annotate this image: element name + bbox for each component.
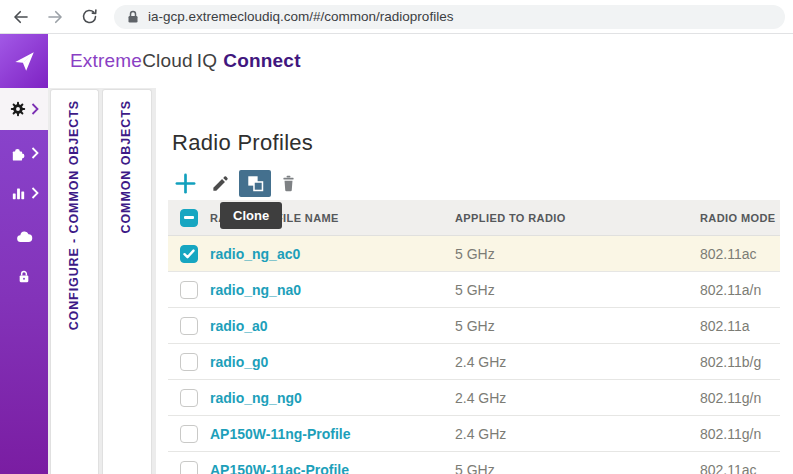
lock-icon — [127, 10, 139, 24]
icon-sidebar — [0, 88, 48, 474]
cloud-icon — [15, 227, 34, 246]
row-checkbox[interactable] — [180, 281, 198, 299]
chevron-right-icon — [31, 103, 39, 115]
bar-chart-icon — [10, 185, 27, 202]
applied-to-radio: 5 GHz — [455, 282, 700, 298]
check-icon — [183, 249, 195, 259]
plus-icon — [174, 172, 197, 195]
app-window: ia-gcp.extremecloudiq.com/#/common/radio… — [0, 0, 793, 474]
profile-name-link[interactable]: radio_a0 — [210, 318, 455, 334]
sidebar-item-cloud[interactable] — [0, 216, 48, 256]
row-checkbox[interactable] — [180, 317, 198, 335]
radio-mode: 802.11g/n — [700, 426, 780, 442]
page-title: Radio Profiles — [172, 130, 313, 156]
indeterminate-dash — [184, 216, 194, 219]
profile-name-link[interactable]: radio_g0 — [210, 354, 455, 370]
profile-name-link[interactable]: radio_ng_ac0 — [210, 246, 455, 262]
browser-chrome: ia-gcp.extremecloudiq.com/#/common/radio… — [0, 0, 793, 34]
chevron-right-icon — [31, 147, 39, 159]
sidebar-item-security[interactable] — [0, 256, 48, 296]
sidebar-item-reports[interactable] — [0, 173, 48, 213]
clone-tooltip: Clone — [220, 202, 282, 229]
sidebar-item-apps[interactable] — [0, 133, 48, 173]
table-row: AP150W-11ng-Profile 2.4 GHz 802.11g/n — [168, 416, 780, 452]
profile-name-link[interactable]: AP150W-11ng-Profile — [210, 426, 455, 442]
radio-mode: 802.11ac — [700, 246, 780, 262]
radio-mode: 802.11a — [700, 318, 780, 334]
app-logo[interactable] — [0, 34, 48, 88]
applied-to-radio: 5 GHz — [455, 318, 700, 334]
table-row: radio_a0 5 GHz 802.11a — [168, 308, 780, 344]
applied-to-radio: 5 GHz — [455, 246, 700, 262]
forward-arrow-icon — [46, 8, 64, 26]
url-text: ia-gcp.extremecloudiq.com/#/common/radio… — [148, 9, 453, 24]
main-content: Radio Profiles RADIO PROFILE NAME APPLI — [156, 88, 793, 474]
pencil-icon — [211, 174, 230, 193]
row-checkbox[interactable] — [180, 389, 198, 407]
clone-icon — [247, 175, 264, 192]
brand-cloud: Cloud — [142, 50, 193, 71]
row-checkbox[interactable] — [180, 245, 198, 263]
refresh-icon — [81, 8, 98, 25]
vertical-tab-strip: CONFIGURE - COMMON OBJECTS COMMON OBJECT… — [48, 88, 156, 474]
radio-mode: 802.11ac — [700, 462, 780, 474]
back-arrow-icon — [12, 8, 30, 26]
app-header: ExtremeCloudIQConnect — [0, 34, 793, 88]
browser-refresh-button[interactable] — [76, 4, 102, 30]
sidebar-item-configure[interactable] — [0, 88, 48, 130]
radio-mode: 802.11b/g — [700, 354, 780, 370]
brand-iq: IQ — [197, 50, 217, 71]
trash-icon — [280, 174, 297, 193]
table-row: radio_ng_na0 5 GHz 802.11a/n — [168, 272, 780, 308]
add-button[interactable] — [173, 170, 197, 196]
applied-to-radio: 2.4 GHz — [455, 390, 700, 406]
table-row: radio_ng_ac0 5 GHz 802.11ac — [168, 236, 780, 272]
brand-title: ExtremeCloudIQConnect — [70, 50, 301, 72]
select-all-checkbox[interactable] — [180, 209, 198, 227]
brand-connect: Connect — [223, 50, 300, 71]
clone-button[interactable] — [239, 170, 271, 197]
row-checkbox[interactable] — [180, 461, 198, 474]
profile-name-link[interactable]: radio_ng_ng0 — [210, 390, 455, 406]
toolbar — [173, 168, 297, 198]
table-row: AP150W-11ac-Profile 5 GHz 802.11ac — [168, 452, 780, 474]
browser-forward-button[interactable] — [42, 4, 68, 30]
row-checkbox[interactable] — [180, 425, 198, 443]
column-header-applied[interactable]: APPLIED TO RADIO — [455, 212, 700, 224]
tab-common-objects[interactable]: COMMON OBJECTS — [102, 89, 152, 474]
applied-to-radio: 5 GHz — [455, 462, 700, 474]
chevron-right-icon — [31, 187, 39, 199]
radio-mode: 802.11a/n — [700, 282, 780, 298]
browser-back-button[interactable] — [8, 4, 34, 30]
profile-name-link[interactable]: AP150W-11ac-Profile — [210, 462, 455, 474]
applied-to-radio: 2.4 GHz — [455, 426, 700, 442]
edit-button[interactable] — [210, 172, 230, 194]
delete-button[interactable] — [279, 173, 297, 194]
brand-extreme: Extreme — [70, 50, 142, 71]
table-row: radio_g0 2.4 GHz 802.11b/g — [168, 344, 780, 380]
lock-icon — [16, 268, 32, 285]
column-header-mode[interactable]: RADIO MODE — [700, 212, 780, 224]
table-row: radio_ng_ng0 2.4 GHz 802.11g/n — [168, 380, 780, 416]
profile-name-link[interactable]: radio_ng_na0 — [210, 282, 455, 298]
tab-label: CONFIGURE - COMMON OBJECTS — [67, 100, 81, 330]
address-bar[interactable]: ia-gcp.extremecloudiq.com/#/common/radio… — [114, 5, 785, 29]
paper-plane-icon — [11, 48, 37, 74]
tab-configure-common-objects[interactable]: CONFIGURE - COMMON OBJECTS — [50, 89, 99, 474]
gear-icon — [9, 100, 27, 118]
radio-mode: 802.11g/n — [700, 390, 780, 406]
puzzle-icon — [10, 145, 27, 162]
row-checkbox[interactable] — [180, 353, 198, 371]
radio-profiles-table: RADIO PROFILE NAME APPLIED TO RADIO RADI… — [168, 200, 780, 474]
applied-to-radio: 2.4 GHz — [455, 354, 700, 370]
tab-label: COMMON OBJECTS — [119, 100, 133, 233]
